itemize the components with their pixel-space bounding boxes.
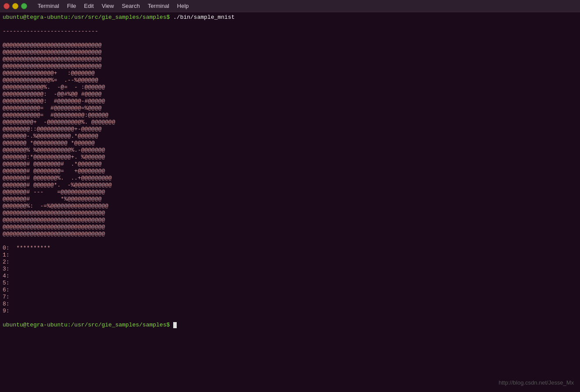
blank2 xyxy=(3,35,577,42)
ascii-19: @@@@@@@# @@@@@@@@= +@@@@@@@@ xyxy=(3,168,577,175)
ascii-10: @@@@@@@@@@@= #@@@@@@@@=%@@@@ xyxy=(3,105,577,112)
menu-search[interactable]: Search xyxy=(118,2,143,10)
menu-view[interactable]: View xyxy=(98,2,117,10)
ascii-13: @@@@@@@@::@@@@@@@@@@@+-@@@@@@ xyxy=(3,126,577,133)
ascii-2: @@@@@@@@@@@@@@@@@@@@@@@@@@@@@ xyxy=(3,49,577,56)
result-1: 1: xyxy=(3,252,577,259)
ascii-20: @@@@@@@# @@@@@@@%. ..+@@@@@@@@@ xyxy=(3,175,577,182)
terminal-window[interactable]: ubuntu@tegra-ubuntu:/usr/src/gie_samples… xyxy=(0,12,580,392)
ascii-28: @@@@@@@@@@@@@@@@@@@@@@@@@@@@@@ xyxy=(3,231,577,238)
ascii-23: @@@@@@@# *%@@@@@@@@@@ xyxy=(3,196,577,203)
final-prompt: ubuntu@tegra-ubuntu:/usr/src/gie_samples… xyxy=(3,322,577,329)
menubar: Terminal File Edit View Search Terminal … xyxy=(30,2,577,10)
menu-terminal1[interactable]: Terminal xyxy=(34,2,63,10)
ascii-17: @@@@@@@:*@@@@@@@@@@@+. %@@@@@@ xyxy=(3,154,577,161)
result-8: 8: xyxy=(3,301,577,308)
ascii-6: @@@@@@@@@@@@@@%= .--%@@@@@@ xyxy=(3,77,577,84)
menu-help[interactable]: Help xyxy=(174,2,192,10)
maximize-button[interactable] xyxy=(21,3,27,9)
ascii-14: @@@@@@@-.%@@@@@@@@@@.*@@@@@@ xyxy=(3,133,577,140)
command-line: ubuntu@tegra-ubuntu:/usr/src/gie_samples… xyxy=(3,14,577,21)
ascii-16: @@@@@@@% %@@@@@@@@@@%.-@@@@@@@ xyxy=(3,147,577,154)
ascii-15: @@@@@@@ *@@@@@@@@@@ *@@@@@@ xyxy=(3,140,577,147)
result-7: 7: xyxy=(3,294,577,301)
watermark: http://blog.csdn.net/Jesse_Mx xyxy=(499,379,574,386)
ascii-8: @@@@@@@@@@@@: -@@#%@@ #@@@@@ xyxy=(3,91,577,98)
ascii-11: @@@@@@@@@@@= #@@@@@@@@@:@@@@@@ xyxy=(3,112,577,119)
ascii-5: @@@@@@@@@@@@@@@+ :@@@@@@@ xyxy=(3,70,577,77)
close-button[interactable] xyxy=(3,3,10,9)
result-4: 4: xyxy=(3,273,577,280)
menu-edit[interactable]: Edit xyxy=(80,2,97,10)
separator: ---------------------------- xyxy=(3,28,577,35)
blank1 xyxy=(3,21,577,28)
minimize-button[interactable] xyxy=(12,3,18,9)
blank4 xyxy=(3,315,577,322)
result-6: 6: xyxy=(3,287,577,294)
titlebar: Terminal File Edit View Search Terminal … xyxy=(0,0,580,12)
ascii-3: @@@@@@@@@@@@@@@@@@@@@@@@@@@@@ xyxy=(3,56,577,63)
ascii-27: @@@@@@@@@@@@@@@@@@@@@@@@@@@@@@ xyxy=(3,224,577,231)
menu-terminal2[interactable]: Terminal xyxy=(144,2,173,10)
ascii-22: @@@@@@@# --- =@@@@@@@@@@@@@ xyxy=(3,189,577,196)
blank3 xyxy=(3,238,577,245)
ascii-12: @@@@@@@@@+ -@@@@@@@@@@%. @@@@@@@ xyxy=(3,119,577,126)
result-3: 3: xyxy=(3,266,577,273)
menu-file[interactable]: File xyxy=(63,2,80,10)
ascii-24: @@@@@@@%: -=%@@@@@@@@@@@@@@@@@ xyxy=(3,203,577,210)
result-0: 0: ********** xyxy=(3,245,577,252)
ascii-9: @@@@@@@@@@@@: #@@@@@@@-#@@@@@ xyxy=(3,98,577,105)
result-2: 2: xyxy=(3,259,577,266)
ascii-25: @@@@@@@@@@@@@@@@@@@@@@@@@@@@@@ xyxy=(3,210,577,217)
ascii-26: @@@@@@@@@@@@@@@@@@@@@@@@@@@@@@ xyxy=(3,217,577,224)
ascii-1: @@@@@@@@@@@@@@@@@@@@@@@@@@@@@ xyxy=(3,42,577,49)
ascii-21: @@@@@@@# @@@@@@*. -%@@@@@@@@@@@ xyxy=(3,182,577,189)
result-5: 5: xyxy=(3,280,577,287)
ascii-4: @@@@@@@@@@@@@@@@@@@@@@@@@@@@@ xyxy=(3,63,577,70)
result-9: 9: xyxy=(3,308,577,315)
ascii-7: @@@@@@@@@@@@%. -@= - :@@@@@@ xyxy=(3,84,577,91)
ascii-18: @@@@@@@# @@@@@@@@# .*@@@@@@@ xyxy=(3,161,577,168)
